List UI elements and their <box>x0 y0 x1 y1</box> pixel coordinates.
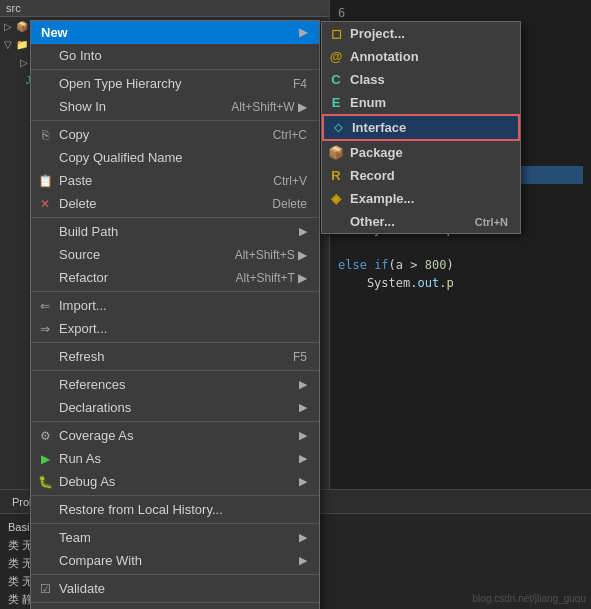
menu-item-properties[interactable]: Properties Alt+Enter <box>31 605 319 609</box>
menu-label-validate: Validate <box>59 581 105 596</box>
submenu-label-class: Class <box>350 72 385 87</box>
menu-label-refactor: Refactor <box>59 270 108 285</box>
submenu-item-project[interactable]: ◻ Project... <box>322 22 520 45</box>
library-icon: 📦 <box>14 18 30 34</box>
menu-item-export[interactable]: ⇒ Export... <box>31 317 319 340</box>
validate-icon: ☑ <box>37 581 53 597</box>
example-icon: ◈ <box>328 191 344 207</box>
menu-label-refresh: Refresh <box>59 349 105 364</box>
separator-3 <box>31 217 319 218</box>
separator-7 <box>31 421 319 422</box>
pkg-icon: 📦 <box>328 145 344 161</box>
submenu-label-example: Example... <box>350 191 414 206</box>
menu-item-paste[interactable]: 📋 Paste Ctrl+V <box>31 169 319 192</box>
menu-item-references[interactable]: References ▶ <box>31 373 319 396</box>
separator-6 <box>31 370 319 371</box>
submenu-item-interface[interactable]: ◇ Interface <box>322 114 520 141</box>
menu-item-debug-as[interactable]: 🐛 Debug As ▶ <box>31 470 319 493</box>
arrow-build-path: ▶ <box>299 225 307 238</box>
shortcut-delete: Delete <box>272 197 307 211</box>
menu-label-paste: Paste <box>59 173 92 188</box>
menu-item-copy-qualified[interactable]: Copy Qualified Name <box>31 146 319 169</box>
menu-item-refresh[interactable]: Refresh F5 <box>31 345 319 368</box>
submenu-label-other: Other... <box>350 214 395 229</box>
submenu-shortcut-other: Ctrl+N <box>475 216 508 228</box>
shortcut-show-in: Alt+Shift+W ▶ <box>231 100 307 114</box>
menu-label-copy: Copy <box>59 127 89 142</box>
shortcut-copy: Ctrl+C <box>273 128 307 142</box>
enum-icon: E <box>328 95 344 111</box>
submenu-item-class[interactable]: C Class <box>322 68 520 91</box>
separator-4 <box>31 291 319 292</box>
menu-item-go-into[interactable]: Go Into <box>31 44 319 67</box>
submenu-item-example[interactable]: ◈ Example... <box>322 187 520 210</box>
separator-9 <box>31 523 319 524</box>
menu-item-declarations[interactable]: Declarations ▶ <box>31 396 319 419</box>
menu-item-source[interactable]: Source Alt+Shift+S ▶ <box>31 243 319 266</box>
separator-11 <box>31 602 319 603</box>
submenu-item-package[interactable]: 📦 Package <box>322 141 520 164</box>
menu-item-refactor[interactable]: Refactor Alt+Shift+T ▶ <box>31 266 319 289</box>
project-icon: ◻ <box>328 26 344 42</box>
arrow-compare: ▶ <box>299 554 307 567</box>
sidebar-header: src <box>0 0 329 17</box>
menu-label-source: Source <box>59 247 100 262</box>
import-icon: ⇐ <box>37 298 53 314</box>
expand-icon-src: ▽ <box>4 39 12 50</box>
code-line-14 <box>338 238 583 256</box>
menu-item-restore-local[interactable]: Restore from Local History... <box>31 498 319 521</box>
submenu-item-enum[interactable]: E Enum <box>322 91 520 114</box>
menu-label-coverage: Coverage As <box>59 428 133 443</box>
menu-item-compare-with[interactable]: Compare With ▶ <box>31 549 319 572</box>
expand-icon: ▷ <box>4 21 12 32</box>
shortcut-paste: Ctrl+V <box>273 174 307 188</box>
arrow-coverage: ▶ <box>299 429 307 442</box>
shortcut-open-type: F4 <box>293 77 307 91</box>
debug-icon: 🐛 <box>37 474 53 490</box>
coverage-icon: ⚙ <box>37 428 53 444</box>
delete-menu-icon: ✕ <box>37 196 53 212</box>
menu-item-validate[interactable]: ☑ Validate <box>31 577 319 600</box>
menu-label-export: Export... <box>59 321 107 336</box>
menu-label-team: Team <box>59 530 91 545</box>
menu-item-coverage[interactable]: ⚙ Coverage As ▶ <box>31 424 319 447</box>
menu-label-import: Import... <box>59 298 107 313</box>
submenu-label-project: Project... <box>350 26 405 41</box>
context-menu: New ▶ ◻ Project... @ Annotation C Class … <box>30 20 320 609</box>
class-icon: C <box>328 72 344 88</box>
separator-10 <box>31 574 319 575</box>
submenu-item-annotation[interactable]: @ Annotation <box>322 45 520 68</box>
menu-label-open-type: Open Type Hierarchy <box>59 76 182 91</box>
menu-label-compare-with: Compare With <box>59 553 142 568</box>
code-line-16: System.out.p <box>338 274 583 292</box>
menu-label-debug-as: Debug As <box>59 474 115 489</box>
folder-icon: 📁 <box>14 36 30 52</box>
run-icon: ▶ <box>37 451 53 467</box>
submenu-label-package: Package <box>350 145 403 160</box>
submenu-item-record[interactable]: R Record <box>322 164 520 187</box>
arrow-references: ▶ <box>299 378 307 391</box>
separator-2 <box>31 120 319 121</box>
menu-item-team[interactable]: Team ▶ <box>31 526 319 549</box>
menu-item-build-path[interactable]: Build Path ▶ <box>31 220 319 243</box>
shortcut-source: Alt+Shift+S ▶ <box>235 248 307 262</box>
menu-item-delete[interactable]: ✕ Delete Delete <box>31 192 319 215</box>
menu-item-open-type[interactable]: Open Type Hierarchy F4 <box>31 72 319 95</box>
submenu-label-interface: Interface <box>352 120 406 135</box>
menu-label-references: References <box>59 377 125 392</box>
menu-label-show-in: Show In <box>59 99 106 114</box>
paste-icon: 📋 <box>37 173 53 189</box>
submenu-new: ◻ Project... @ Annotation C Class E Enum… <box>321 21 521 234</box>
menu-label-declarations: Declarations <box>59 400 131 415</box>
submenu-item-other[interactable]: Other... Ctrl+N <box>322 210 520 233</box>
menu-item-copy[interactable]: ⎘ Copy Ctrl+C <box>31 123 319 146</box>
menu-item-import[interactable]: ⇐ Import... <box>31 294 319 317</box>
menu-item-show-in[interactable]: Show In Alt+Shift+W ▶ <box>31 95 319 118</box>
menu-item-new[interactable]: New ▶ ◻ Project... @ Annotation C Class … <box>31 21 319 44</box>
submenu-label-annotation: Annotation <box>350 49 419 64</box>
menu-label-build-path: Build Path <box>59 224 118 239</box>
menu-item-run-as[interactable]: ▶ Run As ▶ <box>31 447 319 470</box>
annotation-icon: @ <box>328 49 344 65</box>
menu-label-go-into: Go Into <box>59 48 102 63</box>
interface-icon: ◇ <box>330 120 346 136</box>
